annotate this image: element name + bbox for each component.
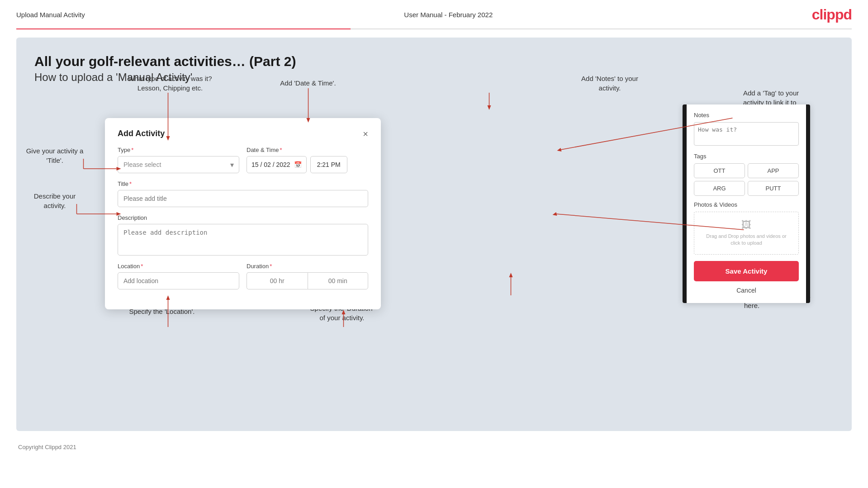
description-label: Description [118,214,368,221]
photos-label: Photos & Videos [694,201,799,208]
modal-close-button[interactable]: × [363,129,368,138]
description-input[interactable] [118,224,368,256]
duration-label: Duration* [247,263,368,270]
tag-putt[interactable]: PUTT [748,181,799,196]
datetime-label: Date & Time* [247,147,368,153]
header-divider [16,28,852,29]
add-activity-modal: Add Activity × Type* Please select Date … [105,118,381,309]
time-input[interactable]: 2:21 PM [310,156,347,173]
phone-inner: Notes Tags OTT APP ARG PUTT Photos & Vid… [687,104,806,303]
notes-textarea[interactable] [694,122,799,146]
phone-mockup: Notes Tags OTT APP ARG PUTT Photos & Vid… [683,104,810,303]
page-label: Upload Manual Activity [16,11,85,19]
date-time-inputs: 15 / 02 / 2022 📅 2:21 PM [247,156,368,173]
footer: Copyright Clippd 2021 [0,439,868,455]
duration-group: Duration* [247,263,368,289]
type-group: Type* Please select [118,147,239,173]
copyright: Copyright Clippd 2021 [18,444,76,450]
notes-label: Notes [694,112,799,118]
annotation-date-time: Add 'Date & Time'. [267,78,349,88]
logo: clippd [812,6,852,23]
notes-section: Notes [694,112,799,153]
location-group: Location* [118,263,239,289]
title-bold: All your golf-relevant activities… (Part… [34,54,834,69]
datetime-group: Date & Time* 15 / 02 / 2022 📅 2:21 PM [247,147,368,173]
svg-marker-19 [557,148,562,152]
location-duration-row: Location* Duration* [118,263,368,289]
svg-marker-23 [509,273,513,277]
title-input[interactable] [118,190,368,207]
duration-min-input[interactable] [308,272,369,289]
tag-arg[interactable]: ARG [694,181,745,196]
tags-section: Tags OTT APP ARG PUTT [694,153,799,196]
title-group: Title* [118,180,368,207]
tag-app[interactable]: APP [748,163,799,178]
type-select[interactable]: Please select [118,156,239,173]
modal-title: Add Activity [118,129,165,138]
photo-icon: 🖼 [698,219,795,231]
annotation-activity-type: What type of activity was it? Lesson, Ch… [120,74,220,93]
tag-ott[interactable]: OTT [694,163,745,178]
duration-hr-input[interactable] [247,272,308,289]
manual-label: User Manual - February 2022 [404,11,493,19]
tags-label: Tags [694,153,799,160]
modal-header: Add Activity × [118,129,368,138]
tags-grid: OTT APP ARG PUTT [694,163,799,196]
photos-dropzone[interactable]: 🖼 Drag and Drop photos and videos or cli… [694,212,799,255]
annotation-title: Give your activity a 'Title'. [12,146,98,165]
duration-inputs [247,272,368,289]
photos-drop-text: Drag and Drop photos and videos or click… [698,233,795,247]
date-input[interactable]: 15 / 02 / 2022 📅 [247,156,307,173]
title-label: Title* [118,180,368,187]
description-group: Description [118,214,368,256]
type-label: Type* [118,147,239,153]
top-bar: Upload Manual Activity User Manual - Feb… [0,0,868,23]
main-content: All your golf-relevant activities… (Part… [16,38,852,431]
calendar-icon[interactable]: 📅 [294,161,302,168]
svg-marker-17 [488,105,491,110]
save-activity-button[interactable]: Save Activity [694,261,799,281]
annotation-describe: Describe your activity. [16,191,93,210]
photos-section: Photos & Videos 🖼 Drag and Drop photos a… [694,201,799,255]
cancel-link[interactable]: Cancel [694,285,799,296]
annotation-notes: Add 'Notes' to your activity. [555,74,664,93]
location-input[interactable] [118,272,239,289]
type-select-wrapper[interactable]: Please select [118,156,239,173]
svg-marker-21 [553,212,557,216]
location-label: Location* [118,263,239,270]
type-datetime-row: Type* Please select Date & Time* 15 / 02… [118,147,368,173]
